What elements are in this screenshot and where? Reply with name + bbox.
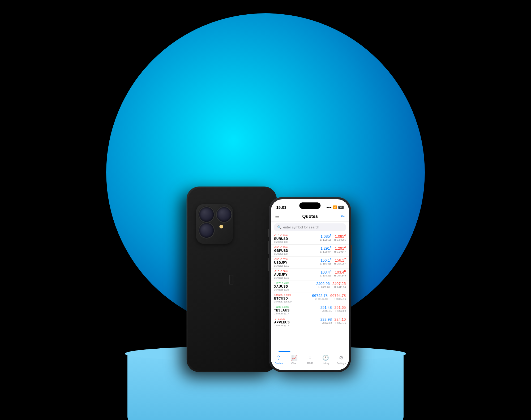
quote-left-audjpy: -913 -0.88% AUDJPY 15:03:36 ⊞15 (274, 270, 320, 279)
quote-prices: 103.45 L: 103.219 103.40 H: 104.349 (320, 270, 346, 277)
camera-flash (219, 225, 223, 228)
app-title: Quotes (302, 214, 318, 219)
history-tab-label: History (322, 362, 329, 365)
quote-prices: 223.98 L: 223.03 224.10 H: 227.71 (320, 317, 346, 324)
quote-change: +1078 0.45% (274, 282, 316, 284)
quote-prices: 66742.78 L: 66154.80 66794.78 H: 68034.7… (312, 293, 346, 300)
tab-settings[interactable]: ⚙ Settings (333, 354, 349, 365)
quote-item-eurusd[interactable]: -318 -0.29% EURUSD 15:03:36 ⊞8 1.0856 L:… (271, 233, 349, 245)
tab-bar: ⇧ Quotes 📈 Chart ↕ Trade 🕐 History (271, 351, 349, 370)
quote-prices: 1.0856 L: 1.08558 1.0854 H: 1.08965 (320, 234, 346, 241)
quote-ask: 66794.78 H: 68034.76 (330, 293, 346, 300)
settings-tab-label: Settings (337, 362, 346, 365)
quote-time: 15:03:36 ⊞8 (274, 241, 320, 243)
quote-prices: 2406.96 L: 2388.23 2407.25 H: 2411.94 (316, 282, 346, 288)
battery-icon: 5E (338, 206, 344, 209)
edit-icon[interactable]: ✏ (341, 214, 345, 219)
quote-change: -3 -0.01% (274, 317, 320, 320)
search-bar[interactable]: 🔍 enter symbol for search (274, 223, 346, 231)
quote-left-xauusd: +1078 0.45% XAUUSD 15:03:35 ⊞29 (274, 282, 316, 291)
quotes-tab-icon: ⇧ (276, 354, 281, 361)
quote-item-btcusd[interactable]: 135685 -1.99% BTCUSD 15:03:37 ⊞5200 6674… (271, 292, 349, 304)
quote-item-appleus[interactable]: -3 -0.01% APPLEUS 22:58:59 ⊞12 223.98 L:… (271, 316, 349, 328)
side-button-vol-up (268, 241, 269, 254)
side-button-power (351, 245, 352, 263)
quote-bid-low: L: 2388.23 (316, 286, 330, 288)
quote-left-btcusd: 135685 -1.99% BTCUSD 15:03:37 ⊞5200 (274, 293, 312, 303)
quote-left-gbpusd: -193 -0.15% GBPUSD 15:03:36 ⊞8 (274, 246, 320, 255)
quote-ask-high: H: 1.29347 (334, 250, 346, 253)
status-icons: ●●● 📶 5E (326, 205, 344, 209)
quote-bid-low: L: 223.03 (320, 322, 332, 324)
tab-history[interactable]: 🕐 History (318, 354, 333, 365)
quote-symbol: AUDJPY (274, 273, 320, 276)
quote-prices: 156.16 L: 155.815 156.17 H: 157.097 (320, 258, 346, 265)
quote-ask: 156.17 H: 157.097 (334, 258, 346, 265)
quote-ask: 103.40 H: 104.349 (334, 270, 346, 277)
status-time: 15:03 (276, 205, 286, 210)
trade-tab-label: Trade (307, 361, 313, 364)
quote-item-teslaus[interactable]: +1202 5.02% TESLAUS 22:58:59 ⊞17 251.48 … (271, 304, 349, 316)
phone-back-inner:  (188, 188, 275, 371)
side-button-mute (268, 229, 269, 237)
wifi-icon: 📶 (333, 205, 337, 209)
quotes-tab-label: Quotes (275, 362, 283, 365)
quote-time: 22:58:59 ⊞12 (274, 324, 320, 327)
quote-symbol: USDJPY (274, 261, 320, 265)
quote-change: -896 -0.57% (274, 258, 320, 261)
menu-icon[interactable]: ☰ (275, 214, 279, 219)
quote-bid-low: L: 1.28874 (320, 250, 332, 253)
quote-item-gbpusd[interactable]: -193 -0.15% GBPUSD 15:03:36 ⊞8 1.2916 L:… (271, 245, 349, 257)
quote-symbol: GBPUSD (274, 249, 320, 253)
apple-logo-icon:  (225, 271, 238, 287)
settings-tab-icon: ⚙ (339, 354, 344, 361)
quote-ask: 1.0854 H: 1.08965 (334, 234, 346, 241)
quote-bid-low: L: 244.41 (320, 310, 332, 312)
phone-back:  (186, 187, 277, 372)
quote-time: 15:03:36 ⊞8 (274, 253, 320, 255)
quote-bid: 1.0856 L: 1.08558 (320, 234, 332, 241)
quote-left-appleus: -3 -0.01% APPLEUS 22:58:59 ⊞12 (274, 317, 320, 327)
quote-bid: 223.98 L: 223.03 (320, 317, 332, 324)
quote-change: -318 -0.29% (274, 234, 320, 237)
tab-quotes[interactable]: ⇧ Quotes (271, 354, 286, 365)
quote-left-usdjpy: -896 -0.57% USDJPY 15:03:36 ⊞11 (274, 258, 320, 267)
quote-item-usdjpy[interactable]: -896 -0.57% USDJPY 15:03:36 ⊞11 156.16 L… (271, 257, 349, 269)
chart-tab-label: Chart (291, 362, 297, 365)
quote-prices: 1.2916 L: 1.28874 1.2914 H: 1.29347 (320, 246, 346, 253)
chart-tab-icon: 📈 (291, 354, 298, 361)
quote-ask-high: H: 68034.76 (330, 298, 346, 300)
quote-bid-low: L: 66154.80 (312, 298, 328, 300)
quote-bid-low: L: 155.815 (320, 262, 332, 265)
quote-bid: 251.48 L: 244.41 (320, 305, 332, 312)
quote-symbol: BTCUSD (274, 297, 312, 300)
phone-container:  15:03 ●●● 📶 5E (186, 187, 351, 372)
quote-ask-high: H: 157.097 (334, 262, 346, 265)
quote-time: 22:58:59 ⊞17 (274, 312, 320, 315)
quote-prices: 251.48 L: 244.41 251.65 H: 253.09 (320, 305, 346, 312)
quote-time: 15:03:37 ⊞5200 (274, 300, 312, 303)
quote-time: 15:03:36 ⊞11 (274, 265, 320, 267)
quote-change: 135685 -1.99% (274, 293, 312, 296)
app-screen: 15:03 ●●● 📶 5E ☰ Quotes ✏ 🔍 (271, 199, 349, 370)
quote-change: -193 -0.15% (274, 246, 320, 249)
quote-symbol: APPLEUS (274, 321, 320, 324)
quote-item-audjpy[interactable]: -913 -0.88% AUDJPY 15:03:36 ⊞15 103.45 L… (271, 269, 349, 280)
tab-chart[interactable]: 📈 Chart (286, 354, 302, 365)
quote-ask: 1.2914 H: 1.29347 (334, 246, 346, 253)
search-icon: 🔍 (277, 225, 281, 229)
quote-symbol: TESLAUS (274, 309, 320, 312)
quote-ask-high: H: 227.71 (335, 322, 346, 324)
quotes-list: -318 -0.29% EURUSD 15:03:36 ⊞8 1.0856 L:… (271, 233, 349, 356)
tab-active-indicator (279, 351, 290, 352)
phone-front: 15:03 ●●● 📶 5E ☰ Quotes ✏ 🔍 (269, 197, 351, 372)
tab-trade[interactable]: ↕ Trade (302, 354, 318, 364)
quote-bid: 156.16 L: 155.815 (320, 258, 332, 265)
quote-ask: 2407.25 H: 2411.94 (332, 282, 346, 288)
history-tab-icon: 🕐 (322, 354, 329, 361)
quote-bid-low: L: 1.08558 (320, 239, 332, 241)
quote-ask: 224.10 H: 227.71 (335, 317, 346, 324)
quote-item-xauusd[interactable]: +1078 0.45% XAUUSD 15:03:35 ⊞29 2406.96 … (271, 280, 349, 292)
camera-bump (196, 204, 233, 244)
quote-bid: 1.2916 L: 1.28874 (320, 246, 332, 253)
